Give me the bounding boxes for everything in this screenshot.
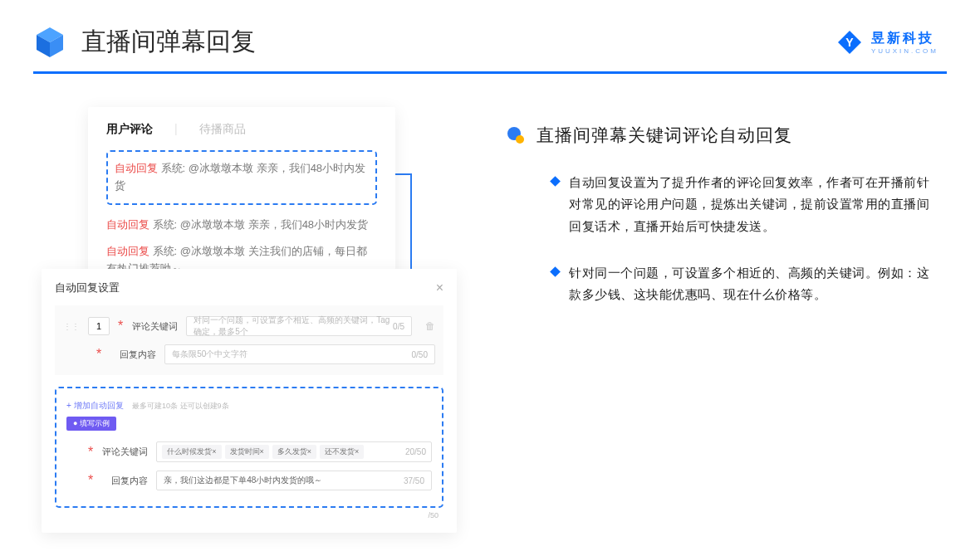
modal-header: 自动回复设置 × xyxy=(55,280,443,305)
ex-content-value: 亲，我们这边都是下单48小时内发货的哦～ xyxy=(164,475,322,486)
required-star: * xyxy=(88,445,93,460)
right-column: 直播间弹幕关键词评论自动回复 自动回复设置为了提升作者的评论回复效率，作者可在开… xyxy=(507,107,938,330)
close-icon[interactable]: × xyxy=(436,280,443,295)
ex-keyword-count: 20/50 xyxy=(405,447,426,456)
brand-name-en: YUUXIN.COM xyxy=(871,47,938,55)
order-input[interactable] xyxy=(88,317,110,335)
tab-user-comments[interactable]: 用户评论 xyxy=(106,122,153,137)
page-title: 直播间弹幕回复 xyxy=(81,25,256,59)
svg-text:Y: Y xyxy=(845,36,854,49)
comments-card: 用户评论 | 待播商品 自动回复 系统: @冰墩墩本墩 亲亲，我们48小时内发货… xyxy=(88,107,395,296)
add-row: + 增加自动回复 最多可建10条 还可以创建9条 xyxy=(66,397,432,412)
example-content-row: * 回复内容 亲，我们这边都是下单48小时内发货的哦～ 37/50 xyxy=(66,466,432,495)
auto-reply-tag: 自动回复 xyxy=(106,218,149,231)
example-tag: ● 填写示例 xyxy=(66,417,116,431)
auto-reply-tag: 自动回复 xyxy=(115,162,158,174)
bullet-text: 自动回复设置为了提升作者的评论回复效率，作者可在开播前针对常见的评论用户问题，提… xyxy=(569,172,938,237)
brand: Y 昱新科技 YUUXIN.COM xyxy=(836,29,938,56)
outer-count: /50 xyxy=(55,508,443,519)
comment-row: 自动回复 系统: @冰墩墩本墩 亲亲，我们48小时内发货 xyxy=(115,160,369,195)
keyword-input[interactable]: 对同一个问题，可设置多个相近、高频的关键词，Tag确定，最多5个 0/5 xyxy=(186,316,412,336)
keyword-row: ⋮⋮ * 评论关键词 对同一个问题，可设置多个相近、高频的关键词，Tag确定，最… xyxy=(63,312,435,340)
tab-pending-products[interactable]: 待播商品 xyxy=(199,122,246,137)
keyword-label: 评论关键词 xyxy=(131,320,178,333)
content-count: 0/50 xyxy=(412,350,428,359)
content-label: 回复内容 xyxy=(110,349,156,361)
chip-row: 什么时候发货× 发货时间× 多久发货× 还不发货× xyxy=(162,445,364,459)
brand-icon: Y xyxy=(836,29,863,56)
ex-content-input[interactable]: 亲，我们这边都是下单48小时内发货的哦～ 37/50 xyxy=(156,471,432,490)
comment-row: 自动回复 系统: @冰墩墩本墩 亲亲，我们48小时内发货 xyxy=(106,217,377,234)
tab-divider: | xyxy=(174,122,178,137)
ex-keyword-label: 评论关键词 xyxy=(101,446,148,458)
tabs: 用户评论 | 待播商品 xyxy=(106,122,377,137)
required-star: * xyxy=(88,473,93,488)
delete-icon[interactable]: 🗑 xyxy=(425,320,435,332)
content-placeholder: 每条限50个中文字符 xyxy=(172,349,247,360)
required-star: * xyxy=(96,347,101,362)
example-block: + 增加自动回复 最多可建10条 还可以创建9条 ● 填写示例 * 评论关键词 … xyxy=(55,387,443,508)
content: 用户评论 | 待播商品 自动回复 系统: @冰墩墩本墩 亲亲，我们48小时内发货… xyxy=(0,74,980,330)
ex-content-count: 37/50 xyxy=(404,476,424,485)
brand-name-cn: 昱新科技 xyxy=(871,30,938,47)
add-hint: 最多可建10条 还可以创建9条 xyxy=(132,402,229,410)
svg-point-2 xyxy=(516,135,524,144)
keyword-count: 0/5 xyxy=(393,322,404,331)
example-keyword-row: * 评论关键词 什么时候发货× 发货时间× 多久发货× 还不发货× 20/50 xyxy=(66,437,432,466)
required-star: * xyxy=(118,319,123,334)
bubble-icon xyxy=(507,126,525,144)
right-heading: 直播间弹幕关键词评论自动回复 xyxy=(507,124,938,147)
drag-handle-icon[interactable]: ⋮⋮ xyxy=(63,322,80,331)
settings-modal: 自动回复设置 × ⋮⋮ * 评论关键词 对同一个问题，可设置多个相近、高频的关键… xyxy=(42,269,457,533)
bullet-item: 自动回复设置为了提升作者的评论回复效率，作者可在开播前针对常见的评论用户问题，提… xyxy=(507,172,938,237)
brand-text: 昱新科技 YUUXIN.COM xyxy=(871,30,938,55)
diamond-icon xyxy=(550,266,561,277)
bullet-item: 针对同一个问题，可设置多个相近的、高频的关键词。例如：这款多少钱、这块能优惠吗、… xyxy=(507,262,938,306)
highlighted-comment: 自动回复 系统: @冰墩墩本墩 亲亲，我们48小时内发货 xyxy=(106,150,377,205)
left-column: 用户评论 | 待播商品 自动回复 系统: @冰墩墩本墩 亲亲，我们48小时内发货… xyxy=(42,107,465,330)
add-auto-reply-link[interactable]: + 增加自动回复 xyxy=(66,401,124,410)
header: 直播间弹幕回复 Y 昱新科技 YUUXIN.COM xyxy=(0,0,980,71)
cube-icon xyxy=(33,26,66,59)
auto-reply-tag: 自动回复 xyxy=(106,245,149,257)
keyword-chip[interactable]: 多久发货× xyxy=(272,445,316,459)
right-title: 直播间弹幕关键词评论自动回复 xyxy=(537,124,792,147)
keyword-chip[interactable]: 还不发货× xyxy=(320,445,364,459)
ex-content-label: 回复内容 xyxy=(101,475,148,487)
content-input[interactable]: 每条限50个中文字符 0/50 xyxy=(164,344,435,364)
modal-title: 自动回复设置 xyxy=(55,280,120,295)
keyword-chip[interactable]: 什么时候发货× xyxy=(162,445,221,459)
comment-text: 系统: @冰墩墩本墩 亲亲，我们48小时内发货 xyxy=(149,218,368,231)
diamond-icon xyxy=(550,176,561,187)
keyword-placeholder: 对同一个问题，可设置多个相近、高频的关键词，Tag确定，最多5个 xyxy=(194,315,393,338)
settings-block: ⋮⋮ * 评论关键词 对同一个问题，可设置多个相近、高频的关键词，Tag确定，最… xyxy=(55,305,443,375)
content-row: * 回复内容 每条限50个中文字符 0/50 xyxy=(63,340,435,368)
keyword-chip[interactable]: 发货时间× xyxy=(225,445,269,459)
header-left: 直播间弹幕回复 xyxy=(33,25,256,59)
bullet-text: 针对同一个问题，可设置多个相近的、高频的关键词。例如：这款多少钱、这块能优惠吗、… xyxy=(569,262,938,306)
ex-keyword-input[interactable]: 什么时候发货× 发货时间× 多久发货× 还不发货× 20/50 xyxy=(156,441,432,462)
